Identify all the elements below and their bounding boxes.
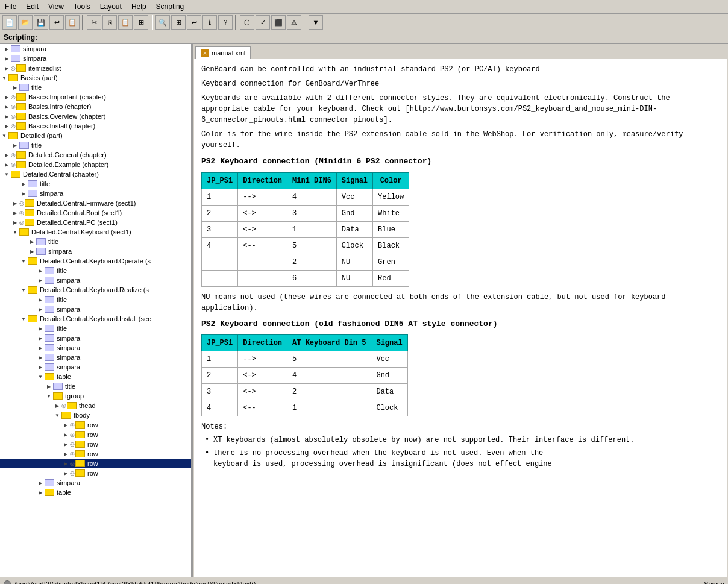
tree-node-dck_title[interactable]: ▶title bbox=[0, 237, 191, 246]
tree-node-dc_keyboard[interactable]: ▼Detailed.Central.Keyboard (sect1) bbox=[0, 227, 191, 237]
tree-node-dcki_simpara3[interactable]: ▶simpara bbox=[0, 353, 191, 362]
tree-node-dcki_row1[interactable]: ▶◎row bbox=[0, 420, 191, 430]
tree-node-dcki_table[interactable]: ▼table bbox=[0, 372, 191, 381]
copy-button[interactable]: ⎘ bbox=[102, 15, 117, 30]
expand-icon[interactable]: ▶ bbox=[36, 276, 45, 284]
expand-icon[interactable]: ▶ bbox=[36, 295, 45, 304]
expand-icon[interactable]: ▶ bbox=[61, 450, 70, 458]
check-button[interactable]: ✓ bbox=[256, 15, 270, 30]
expand-icon[interactable]: ▼ bbox=[19, 257, 28, 265]
tree-node-dcki_tbody[interactable]: ▼tbody bbox=[0, 410, 191, 420]
tree-node-dcki_title[interactable]: ▶title bbox=[0, 324, 191, 333]
tree-node-dc_firmware[interactable]: ▶◎Detailed.Central.Firmware (sect1) bbox=[0, 198, 191, 208]
expand-icon[interactable]: ▼ bbox=[45, 392, 53, 400]
expand-icon[interactable]: ▶ bbox=[36, 344, 45, 352]
menu-scripting[interactable]: Scripting bbox=[151, 1, 189, 12]
open-button[interactable]: 📂 bbox=[18, 15, 33, 30]
expand-icon[interactable]: ▶ bbox=[2, 122, 11, 130]
expand-icon[interactable]: ▶ bbox=[28, 237, 36, 246]
tree-panel[interactable]: ▶simpara▶simpara▶◎itemizedlist▼Basics (p… bbox=[0, 44, 193, 577]
tree-node-dcki_row6[interactable]: ▶◎row bbox=[0, 468, 191, 478]
expand-icon[interactable]: ▶ bbox=[61, 459, 70, 468]
tree-node-detailed_central[interactable]: ▼Detailed.Central (chapter) bbox=[0, 169, 191, 179]
tree-node-dcki_simpara_end[interactable]: ▶simpara bbox=[0, 478, 191, 488]
tree-node-simpara2[interactable]: ▶simpara bbox=[0, 54, 191, 63]
menu-view[interactable]: View bbox=[43, 1, 69, 12]
expand-icon[interactable]: ▶ bbox=[36, 305, 45, 313]
stop-button[interactable]: ⬛ bbox=[271, 15, 286, 30]
expand-icon[interactable]: ▶ bbox=[61, 440, 70, 448]
tree-node-dcki_row5[interactable]: ▶◎row bbox=[0, 459, 191, 468]
paste2-button[interactable]: ⊞ bbox=[134, 15, 148, 30]
paste-button[interactable]: 📋 bbox=[118, 15, 133, 30]
expand-icon[interactable]: ▶ bbox=[36, 479, 45, 487]
tree-node-dcki_simpara1[interactable]: ▶simpara bbox=[0, 333, 191, 343]
expand-icon[interactable]: ▼ bbox=[0, 74, 8, 82]
more-button[interactable]: ▼ bbox=[309, 15, 323, 30]
tree-node-dck_simpara[interactable]: ▶simpara bbox=[0, 246, 191, 256]
expand-icon[interactable]: ▶ bbox=[36, 488, 45, 497]
tree-node-dcki_row2[interactable]: ▶◎row bbox=[0, 430, 191, 439]
saveas-button[interactable]: 📋 bbox=[65, 15, 80, 30]
tree-node-dc_title[interactable]: ▶title bbox=[0, 179, 191, 189]
expand-icon[interactable]: ▶ bbox=[19, 189, 28, 198]
expand-icon[interactable]: ▶ bbox=[11, 218, 19, 227]
expand-icon[interactable]: ▶ bbox=[19, 180, 28, 188]
expand-icon[interactable]: ▶ bbox=[2, 93, 11, 101]
tree-node-dc_simpara[interactable]: ▶simpara bbox=[0, 189, 191, 198]
expand-icon[interactable]: ▶ bbox=[36, 334, 45, 342]
tree-node-basics_install[interactable]: ▶◎Basics.Install (chapter) bbox=[0, 121, 191, 131]
tree-node-itemizedlist[interactable]: ▶◎itemizedlist bbox=[0, 63, 191, 73]
expand-icon[interactable]: ▼ bbox=[36, 372, 45, 381]
tree-node-dcki_row4[interactable]: ▶◎row bbox=[0, 449, 191, 459]
expand-icon[interactable]: ▶ bbox=[36, 363, 45, 371]
menu-edit[interactable]: Edit bbox=[21, 1, 43, 12]
tree-node-dckr_title[interactable]: ▶title bbox=[0, 295, 191, 304]
tab-manual-xml[interactable]: X manual.xml bbox=[195, 46, 251, 59]
expand-icon[interactable]: ▶ bbox=[2, 102, 11, 111]
warn-button[interactable]: ⚠ bbox=[287, 15, 301, 30]
tree-node-basics_part[interactable]: ▼Basics (part) bbox=[0, 73, 191, 83]
expand-icon[interactable]: ▶ bbox=[11, 209, 19, 217]
reload-button[interactable]: ↩ bbox=[49, 15, 64, 30]
action1-button[interactable]: ⬡ bbox=[240, 15, 254, 30]
expand-icon[interactable]: ▼ bbox=[2, 170, 11, 178]
expand-icon[interactable]: ▼ bbox=[19, 286, 28, 294]
expand-icon[interactable]: ▶ bbox=[53, 401, 61, 410]
tree-node-dck_operate[interactable]: ▼Detailed.Central.Keyboard.Operate (s bbox=[0, 256, 191, 266]
menu-help[interactable]: Help bbox=[127, 1, 151, 12]
nav2-button[interactable]: ↩ bbox=[187, 15, 201, 30]
info-button[interactable]: ℹ bbox=[202, 15, 217, 30]
menu-file[interactable]: File bbox=[0, 1, 21, 12]
expand-icon[interactable]: ▶ bbox=[45, 382, 53, 391]
expand-icon[interactable]: ▶ bbox=[61, 430, 70, 439]
tree-node-dcki_simpara4[interactable]: ▶simpara bbox=[0, 362, 191, 372]
new-button[interactable]: 📄 bbox=[2, 15, 17, 30]
expand-icon[interactable]: ▶ bbox=[2, 112, 11, 121]
expand-icon[interactable]: ▶ bbox=[36, 324, 45, 333]
expand-icon[interactable]: ▶ bbox=[36, 266, 45, 275]
save-button[interactable]: 💾 bbox=[34, 15, 48, 30]
tree-node-dck_install[interactable]: ▼Detailed.Central.Keyboard.Install (sec bbox=[0, 314, 191, 324]
tree-node-dcki_row3[interactable]: ▶◎row bbox=[0, 439, 191, 449]
expand-icon[interactable]: ▼ bbox=[11, 228, 19, 236]
tree-node-dc_boot[interactable]: ▶◎Detailed.Central.Boot (sect1) bbox=[0, 208, 191, 218]
expand-icon[interactable]: ▶ bbox=[28, 247, 36, 256]
tree-node-basics_intro[interactable]: ▶◎Basics.Intro (chapter) bbox=[0, 102, 191, 111]
tree-node-dcki_tgroup[interactable]: ▼tgroup bbox=[0, 391, 191, 401]
expand-icon[interactable]: ▼ bbox=[0, 131, 8, 140]
nav1-button[interactable]: ⊞ bbox=[171, 15, 186, 30]
cut-button[interactable]: ✂ bbox=[87, 15, 101, 30]
tree-node-simpara1[interactable]: ▶simpara bbox=[0, 44, 191, 54]
menu-layout[interactable]: Layout bbox=[95, 1, 127, 12]
tree-node-basics_important[interactable]: ▶◎Basics.Important (chapter) bbox=[0, 92, 191, 102]
expand-icon[interactable]: ▶ bbox=[11, 83, 19, 92]
find-button[interactable]: 🔍 bbox=[155, 15, 170, 30]
tree-node-detailed_general[interactable]: ▶◎Detailed.General (chapter) bbox=[0, 150, 191, 160]
tree-node-dck_realize[interactable]: ▼Detailed.Central.Keyboard.Realize (s bbox=[0, 285, 191, 295]
expand-icon[interactable]: ▶ bbox=[61, 469, 70, 477]
tree-node-dcki_simpara2[interactable]: ▶simpara bbox=[0, 343, 191, 353]
tree-node-basics_title[interactable]: ▶title bbox=[0, 83, 191, 92]
expand-icon[interactable]: ▶ bbox=[2, 64, 11, 72]
expand-icon[interactable]: ▶ bbox=[11, 141, 19, 149]
